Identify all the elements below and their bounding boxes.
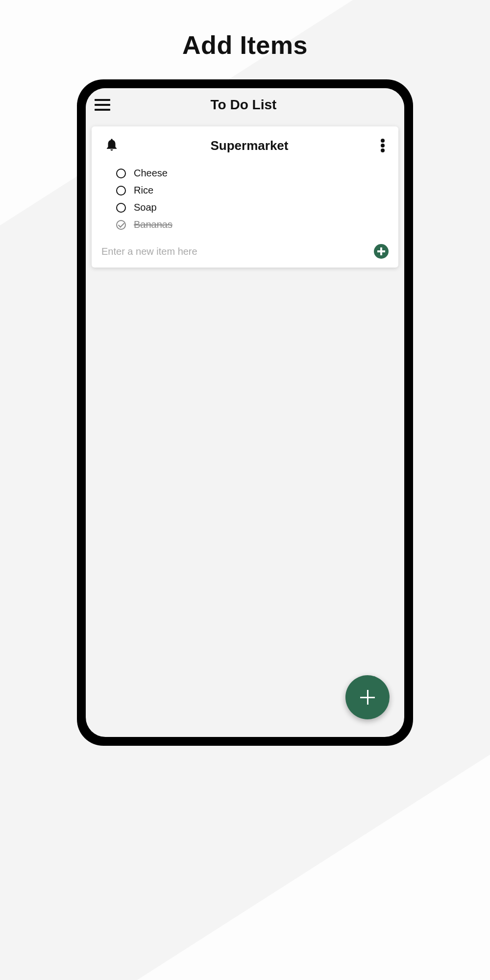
more-icon[interactable] [380, 139, 386, 152]
page-title: Add Items [0, 0, 490, 60]
check-icon[interactable] [116, 220, 126, 230]
card-header: Supermarket [100, 137, 390, 154]
card-title: Supermarket [119, 138, 380, 153]
item-label: Rice [134, 185, 153, 196]
add-item-input[interactable] [101, 246, 369, 257]
menu-icon[interactable] [95, 99, 110, 111]
phone-frame: To Do List Supermarket Cheese [77, 79, 413, 746]
radio-icon[interactable] [116, 203, 126, 213]
add-item-button[interactable] [374, 244, 389, 259]
app-title: To Do List [110, 97, 377, 113]
list-item[interactable]: Soap [116, 199, 374, 216]
list-item[interactable]: Rice [116, 182, 374, 199]
item-list: Cheese Rice Soap Bananas [100, 165, 390, 233]
list-item[interactable]: Bananas [116, 216, 374, 233]
item-label: Soap [134, 202, 157, 213]
phone-screen: To Do List Supermarket Cheese [86, 88, 404, 737]
radio-icon[interactable] [116, 186, 126, 196]
bell-icon[interactable] [104, 137, 119, 154]
radio-icon[interactable] [116, 169, 126, 178]
list-item[interactable]: Cheese [116, 165, 374, 182]
list-card: Supermarket Cheese Rice Soap [92, 126, 398, 268]
app-header: To Do List [86, 88, 404, 122]
item-label: Bananas [134, 219, 172, 230]
item-label: Cheese [134, 168, 168, 179]
fab-add-button[interactable] [345, 675, 390, 719]
add-item-row [100, 244, 390, 259]
